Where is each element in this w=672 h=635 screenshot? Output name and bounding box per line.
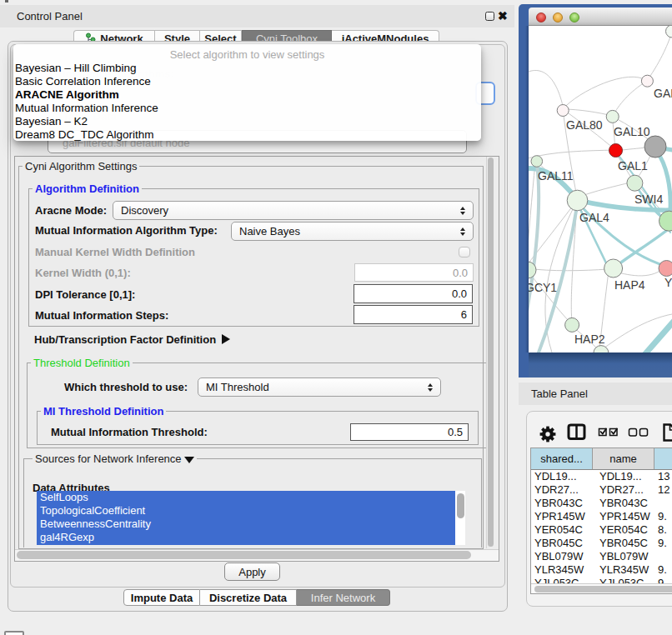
svg-text:GAL10: GAL10 — [614, 125, 650, 138]
svg-text:GAL4: GAL4 — [579, 211, 609, 224]
svg-text:SWI4: SWI4 — [634, 192, 663, 206]
svg-text:GAL1: GAL1 — [618, 159, 648, 172]
svg-text:Y: Y — [664, 276, 672, 289]
svg-text:GAL80: GAL80 — [566, 118, 603, 132]
svg-text:GAL11: GAL11 — [538, 169, 574, 182]
svg-text:GCY1: GCY1 — [529, 281, 557, 294]
svg-text:GAL: GAL — [654, 87, 672, 100]
svg-text:HAP2: HAP2 — [574, 332, 605, 346]
svg-text:HAP4: HAP4 — [614, 278, 645, 292]
